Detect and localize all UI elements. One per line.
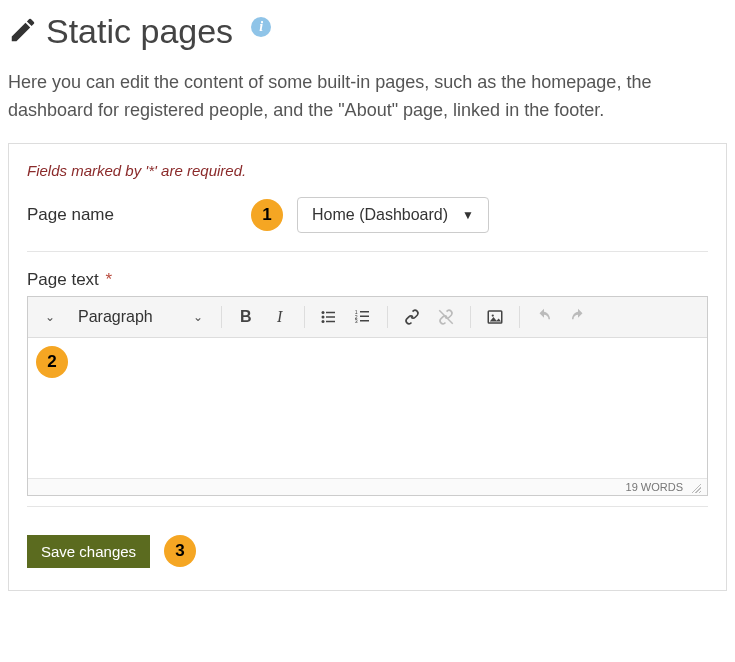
bullet-list-button[interactable]: [315, 303, 343, 331]
page-name-value: Home (Dashboard): [312, 206, 448, 224]
page-text-label: Page text *: [27, 270, 708, 290]
page-header: Static pages i: [8, 12, 727, 51]
svg-rect-11: [360, 320, 369, 322]
editor-toolbar: ⌄ Paragraph ⌄ B I 123: [28, 297, 707, 338]
svg-point-4: [321, 320, 324, 323]
format-label: Paragraph: [78, 308, 153, 326]
toolbar-separator: [387, 306, 388, 328]
unlink-button: [432, 303, 460, 331]
svg-text:3: 3: [354, 318, 357, 324]
toolbar-expand-button[interactable]: ⌄: [36, 303, 64, 331]
info-icon[interactable]: i: [251, 17, 271, 37]
resize-handle[interactable]: [689, 481, 701, 493]
save-row: Save changes 3: [27, 535, 708, 568]
rich-text-editor: ⌄ Paragraph ⌄ B I 123: [27, 296, 708, 496]
edit-icon: [8, 15, 38, 49]
svg-point-14: [491, 314, 493, 316]
page-title: Static pages: [46, 12, 233, 51]
toolbar-separator: [304, 306, 305, 328]
toolbar-separator: [519, 306, 520, 328]
format-select[interactable]: Paragraph ⌄: [70, 303, 211, 331]
bold-button[interactable]: B: [232, 303, 260, 331]
caret-down-icon: ▼: [462, 208, 474, 222]
page-name-row: Page name 1 Home (Dashboard) ▼: [27, 197, 708, 233]
svg-point-2: [321, 315, 324, 318]
toolbar-separator: [221, 306, 222, 328]
numbered-list-button[interactable]: 123: [349, 303, 377, 331]
callout-1: 1: [251, 199, 283, 231]
editor-body[interactable]: 2: [28, 338, 707, 478]
chevron-down-icon: ⌄: [193, 310, 203, 324]
toolbar-separator: [470, 306, 471, 328]
required-note: Fields marked by '*' are required.: [27, 162, 708, 179]
link-button[interactable]: [398, 303, 426, 331]
word-count: 19 WORDS: [626, 481, 683, 493]
page-name-label: Page name: [27, 205, 237, 225]
svg-point-0: [321, 311, 324, 314]
page-text-label-text: Page text: [27, 270, 99, 289]
callout-2: 2: [36, 346, 68, 378]
intro-text: Here you can edit the content of some bu…: [8, 69, 727, 125]
redo-button: [564, 303, 592, 331]
page-name-select[interactable]: Home (Dashboard) ▼: [297, 197, 489, 233]
svg-rect-9: [360, 315, 369, 317]
editor-footer: 19 WORDS: [28, 478, 707, 495]
separator: [27, 251, 708, 252]
save-button[interactable]: Save changes: [27, 535, 150, 568]
callout-3: 3: [164, 535, 196, 567]
separator: [27, 506, 708, 507]
svg-rect-1: [326, 312, 335, 314]
svg-rect-3: [326, 316, 335, 318]
required-asterisk: *: [101, 270, 112, 289]
form-panel: Fields marked by '*' are required. Page …: [8, 143, 727, 591]
image-button[interactable]: [481, 303, 509, 331]
italic-button[interactable]: I: [266, 303, 294, 331]
svg-line-12: [439, 310, 453, 324]
svg-rect-7: [360, 311, 369, 313]
svg-rect-5: [326, 321, 335, 323]
undo-button: [530, 303, 558, 331]
